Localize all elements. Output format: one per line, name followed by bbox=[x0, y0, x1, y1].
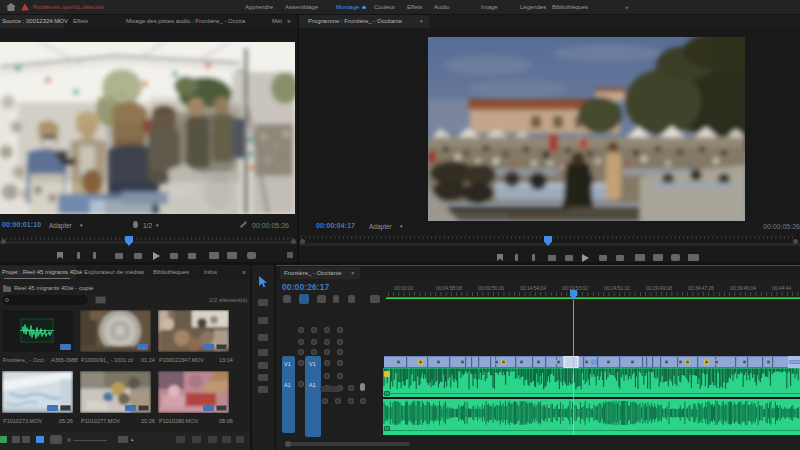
svg-text:0002: 0002 bbox=[789, 359, 800, 365]
